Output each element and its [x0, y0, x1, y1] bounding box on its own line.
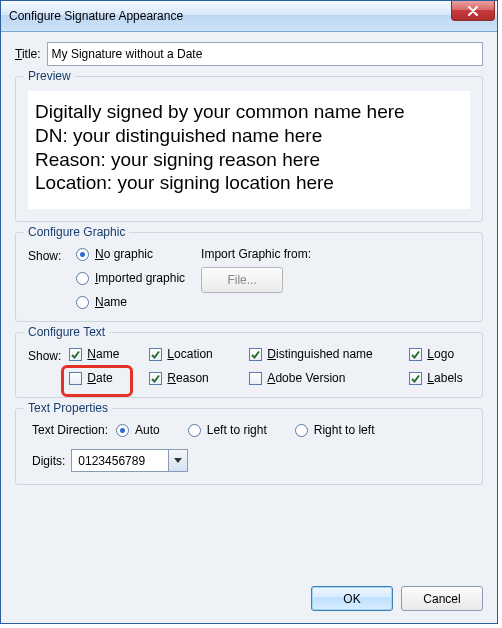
preview-legend: Preview	[24, 69, 75, 83]
close-icon	[467, 6, 479, 16]
dialog-footer: OK Cancel	[1, 580, 497, 623]
radio-icon	[116, 424, 129, 437]
ok-button[interactable]: OK	[311, 586, 393, 611]
text-properties-group: Text Properties Text Direction: Auto Lef…	[15, 408, 483, 485]
checkbox-icon	[69, 372, 82, 385]
preview-box: Digitally signed by your common name her…	[28, 91, 470, 209]
preview-line: DN: your distinguished name here	[35, 124, 463, 148]
digits-value: 0123456789	[72, 454, 168, 468]
check-logo[interactable]: Logo	[409, 347, 489, 361]
checkbox-icon	[249, 372, 262, 385]
radio-imported-graphic[interactable]: Imported graphic	[76, 271, 185, 285]
radio-left-to-right[interactable]: Left to right	[188, 423, 267, 437]
configure-text-group: Configure Text Show: Name Location	[15, 332, 483, 398]
ok-label: OK	[343, 592, 360, 606]
checkbox-icon	[249, 348, 262, 361]
import-graphic-label: Import Graphic from:	[201, 247, 311, 261]
checkbox-icon	[149, 348, 162, 361]
digits-label: Digits:	[32, 454, 65, 468]
configure-text-legend: Configure Text	[24, 325, 109, 339]
checkbox-icon	[149, 372, 162, 385]
configure-graphic-group: Configure Graphic Show: No graphic Impor…	[15, 232, 483, 322]
check-labels[interactable]: Labels	[409, 371, 489, 385]
radio-label: Auto	[135, 423, 160, 437]
preview-line: Digitally signed by your common name her…	[35, 100, 463, 124]
window-title: Configure Signature Appearance	[9, 9, 451, 23]
check-label: Logo	[427, 347, 454, 361]
radio-right-to-left[interactable]: Right to left	[295, 423, 375, 437]
show-label: Show:	[28, 247, 68, 309]
digits-combo[interactable]: 0123456789	[71, 449, 188, 472]
text-properties-legend: Text Properties	[24, 401, 112, 415]
chevron-down-icon	[168, 450, 187, 471]
radio-icon	[295, 424, 308, 437]
checkbox-icon	[409, 348, 422, 361]
radio-label: Imported graphic	[95, 271, 185, 285]
radio-icon	[188, 424, 201, 437]
configure-graphic-legend: Configure Graphic	[24, 225, 129, 239]
check-location[interactable]: Location	[149, 347, 249, 361]
check-label: Name	[87, 347, 119, 361]
check-label: Distinguished name	[267, 347, 372, 361]
check-distinguished-name[interactable]: Distinguished name	[249, 347, 409, 361]
radio-label: Right to left	[314, 423, 375, 437]
title-input[interactable]	[47, 42, 483, 66]
radio-no-graphic[interactable]: No graphic	[76, 247, 185, 261]
file-button-label: File...	[227, 273, 256, 287]
checkbox-icon	[409, 372, 422, 385]
text-direction-label: Text Direction:	[32, 423, 108, 437]
preview-line: Location: your signing location here	[35, 171, 463, 195]
radio-name[interactable]: Name	[76, 295, 185, 309]
check-adobe-version[interactable]: Adobe Version	[249, 371, 409, 385]
preview-group: Preview Digitally signed by your common …	[15, 76, 483, 222]
check-date[interactable]: Date	[69, 371, 149, 385]
radio-auto[interactable]: Auto	[116, 423, 160, 437]
radio-label: Name	[95, 295, 127, 309]
titlebar: Configure Signature Appearance	[1, 1, 497, 32]
check-label: Adobe Version	[267, 371, 345, 385]
check-label: Labels	[427, 371, 462, 385]
cancel-label: Cancel	[423, 592, 460, 606]
close-button[interactable]	[451, 1, 495, 21]
check-label: Reason	[167, 371, 208, 385]
check-name[interactable]: Name	[69, 347, 149, 361]
radio-icon	[76, 248, 89, 261]
title-row: Title:	[15, 42, 483, 66]
show-label: Show:	[28, 347, 61, 385]
preview-line: Reason: your signing reason here	[35, 148, 463, 172]
radio-label: No graphic	[95, 247, 153, 261]
checkbox-icon	[69, 348, 82, 361]
radio-icon	[76, 296, 89, 309]
dialog-window: Configure Signature Appearance Title: Pr…	[0, 0, 498, 624]
dialog-body: Title: Preview Digitally signed by your …	[1, 32, 497, 580]
file-button[interactable]: File...	[201, 267, 283, 293]
check-label: Date	[87, 371, 112, 385]
radio-icon	[76, 272, 89, 285]
check-label: Location	[167, 347, 212, 361]
radio-label: Left to right	[207, 423, 267, 437]
cancel-button[interactable]: Cancel	[401, 586, 483, 611]
titlebar-buttons	[451, 1, 497, 31]
check-reason[interactable]: Reason	[149, 371, 249, 385]
title-label: Title:	[15, 47, 41, 61]
